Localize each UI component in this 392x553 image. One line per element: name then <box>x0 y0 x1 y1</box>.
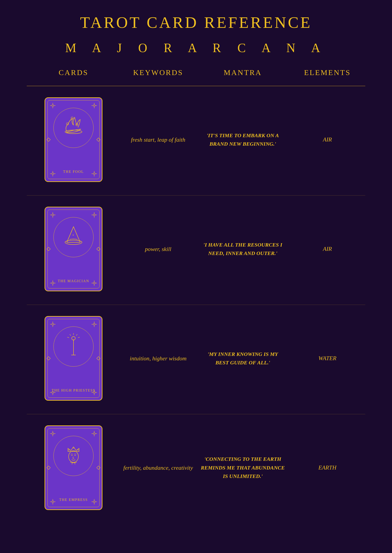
svg-point-42 <box>93 282 95 284</box>
svg-line-79 <box>67 337 69 338</box>
col-header-keywords: KEYWORDS <box>116 68 200 77</box>
svg-line-77 <box>70 334 71 336</box>
page-subtitle: M A J O R A R C A N A <box>65 41 327 55</box>
svg-point-107 <box>77 449 78 450</box>
cell-mantra-empress: 'CONNECTING TO THE EARTH REMINDS ME THAT… <box>200 455 285 480</box>
card-circle-priestess <box>53 327 94 367</box>
svg-point-106 <box>69 449 70 450</box>
svg-point-37 <box>52 282 54 284</box>
cell-keywords-fool: fresh start, leap of faith <box>116 135 200 144</box>
svg-marker-72 <box>47 357 50 360</box>
card-cell-priestess: THE HIGH PRIESTESS <box>31 316 116 401</box>
cell-mantra-priestess: 'MY INNER KNOWING IS MY BEST GUIDE OF AL… <box>200 350 285 367</box>
svg-point-32 <box>93 214 95 216</box>
svg-marker-48 <box>97 247 100 251</box>
svg-line-111 <box>72 462 72 464</box>
cell-element-empress: EARTH <box>285 464 370 471</box>
row-separator-2 <box>27 305 365 305</box>
row-separator-1 <box>27 195 365 196</box>
cell-element-fool: AIR <box>285 136 370 143</box>
card-cell-empress: THE EMPRESS <box>31 425 116 510</box>
card-circle-empress <box>53 436 94 476</box>
header-divider <box>27 86 365 86</box>
col-header-mantra: MANTRA <box>200 68 285 77</box>
page-title: TAROT CARD REFERENCE <box>80 13 312 32</box>
table-header: CARDS KEYWORDS MANTRA ELEMENTS <box>27 68 365 77</box>
svg-line-112 <box>75 462 75 464</box>
svg-text:★: ★ <box>72 234 74 236</box>
svg-marker-103 <box>97 466 100 469</box>
svg-point-92 <box>52 501 54 503</box>
svg-point-87 <box>93 433 95 434</box>
svg-text:✦: ✦ <box>71 231 72 232</box>
card-label-fool: THE FOOL <box>63 170 84 174</box>
svg-point-10 <box>52 173 54 175</box>
svg-point-108 <box>69 451 78 462</box>
card-label-priestess: THE HIGH PRIESTESS <box>52 388 95 392</box>
svg-point-82 <box>52 433 54 434</box>
svg-point-52 <box>52 323 54 325</box>
svg-marker-73 <box>97 357 100 360</box>
col-header-elements: ELEMENTS <box>285 68 370 77</box>
cell-element-magician: AIR <box>285 246 370 252</box>
cell-keywords-priestess: intuition, higher wisdom <box>116 354 200 363</box>
row-separator-3 <box>27 414 365 414</box>
tarot-card-priestess: THE HIGH PRIESTESS <box>45 316 102 401</box>
svg-point-27 <box>52 214 54 216</box>
cell-mantra-magician: 'I HAVE ALL THE RESOURCES I NEED, INNER … <box>200 240 285 258</box>
card-cell-fool: THE FOOL <box>31 97 116 182</box>
svg-line-78 <box>76 334 77 336</box>
cell-keywords-empress: fertility, abundance, creativity <box>116 463 200 472</box>
cell-element-priestess: WATER <box>285 355 370 362</box>
svg-marker-102 <box>47 466 50 469</box>
svg-point-97 <box>93 501 95 503</box>
tarot-card-fool: THE FOOL <box>45 97 102 182</box>
card-row-priestess: THE HIGH PRIESTESS intuition, higher wis… <box>27 316 365 401</box>
card-cell-magician: ★ ✦ THE MAGICIAN <box>31 207 116 291</box>
svg-point-57 <box>93 323 95 325</box>
col-header-cards: CARDS <box>31 68 116 77</box>
svg-line-80 <box>78 337 80 338</box>
card-circle-magician: ★ ✦ <box>53 217 94 257</box>
tarot-card-empress: THE EMPRESS <box>45 425 102 510</box>
card-row-magician: ★ ✦ THE MAGICIAN power, skill 'I HAVE AL… <box>27 207 365 291</box>
card-row-fool: THE FOOL fresh start, leap of faith 'IT'… <box>27 97 365 182</box>
card-label-magician: THE MAGICIAN <box>58 279 89 283</box>
svg-point-0 <box>52 105 54 106</box>
svg-marker-47 <box>47 247 50 251</box>
cell-mantra-fool: 'IT'S TIME TO EMBARK ON A BRAND NEW BEGI… <box>200 131 285 148</box>
svg-point-5 <box>93 105 95 106</box>
cell-keywords-magician: power, skill <box>116 245 200 253</box>
card-row-empress: THE EMPRESS fertility, abundance, creati… <box>27 425 365 510</box>
card-circle-fool <box>53 108 94 148</box>
tarot-card-magician: ★ ✦ THE MAGICIAN <box>45 207 102 291</box>
svg-point-15 <box>93 173 95 175</box>
svg-marker-21 <box>97 138 100 141</box>
svg-marker-20 <box>47 138 50 141</box>
card-label-empress: THE EMPRESS <box>59 498 88 502</box>
